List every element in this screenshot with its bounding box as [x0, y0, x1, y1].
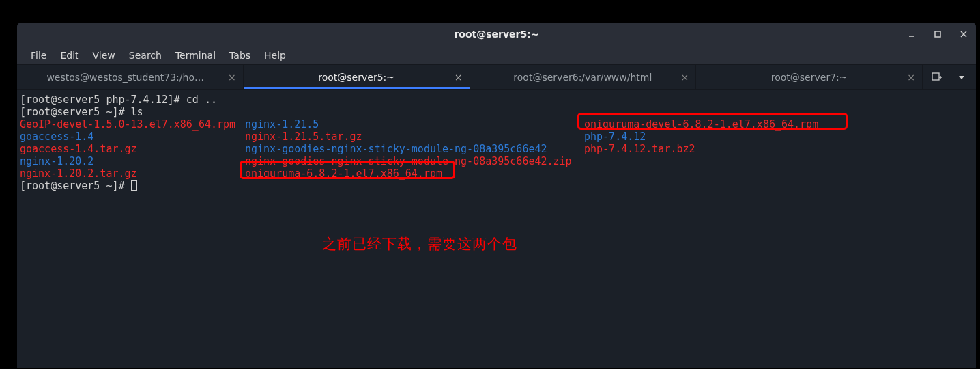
menu-search[interactable]: Search: [122, 47, 169, 64]
window-controls: [904, 23, 972, 46]
tab-close-icon[interactable]: ×: [907, 72, 915, 83]
file-item: goaccess-1.4.tar.gz: [20, 143, 245, 155]
file-item: nginx-1.21.5.tar.gz: [245, 131, 584, 143]
file-item: php-7.4.12.tar.bz2: [584, 143, 973, 155]
tabbar: westos@westos_student73:/home/w… × root@…: [17, 65, 976, 90]
svg-rect-4: [932, 73, 939, 80]
menubar: File Edit View Search Terminal Tabs Help: [17, 46, 976, 65]
titlebar: root@server5:~: [17, 23, 976, 46]
ls-col2: nginx-1.21.5 nginx-1.21.5.tar.gz nginx-g…: [245, 118, 584, 180]
menu-file[interactable]: File: [24, 47, 53, 64]
menu-terminal[interactable]: Terminal: [169, 47, 222, 64]
svg-rect-1: [935, 31, 940, 37]
tab-label: root@server6:/var/www/html: [508, 72, 657, 83]
tab-2[interactable]: root@server6:/var/www/html ×: [470, 65, 697, 89]
file-item: nginx-goodies-nginx-sticky-module-ng-08a…: [245, 155, 584, 167]
menu-dropdown-button[interactable]: [954, 70, 969, 85]
terminal-text: [root@server5 php-7.4.12]# cd ..: [20, 94, 217, 106]
file-item: nginx-1.21.5: [245, 118, 584, 131]
cursor-icon: [131, 180, 137, 191]
menu-edit[interactable]: Edit: [53, 47, 85, 64]
file-item: nginx-1.20.2: [20, 155, 245, 167]
menu-help[interactable]: Help: [257, 47, 293, 64]
tab-label: root@server5:~: [313, 72, 400, 83]
tab-close-icon[interactable]: ×: [228, 72, 236, 83]
terminal-window: root@server5:~ File Edit View Search Ter…: [17, 23, 976, 368]
ls-col3: oniguruma-devel-6.8.2-1.el7.x86_64.rpm p…: [584, 118, 973, 180]
tab-close-icon[interactable]: ×: [455, 72, 463, 83]
menu-view[interactable]: View: [86, 47, 122, 64]
file-item: oniguruma-devel-6.8.2-1.el7.x86_64.rpm: [584, 118, 973, 131]
file-item: oniguruma-6.8.2-1.el7.x86_64.rpm: [245, 167, 584, 180]
minimize-button[interactable]: [904, 26, 920, 42]
menu-tabs[interactable]: Tabs: [222, 47, 257, 64]
terminal-area[interactable]: [root@server5 php-7.4.12]# cd .. [root@s…: [17, 90, 976, 368]
tabbar-right: [923, 65, 976, 89]
terminal-text: [root@server5 ~]# ls: [20, 106, 143, 118]
svg-marker-7: [959, 76, 964, 79]
ls-col1: GeoIP-devel-1.5.0-13.el7.x86_64.rpm goac…: [20, 118, 245, 180]
tab-1[interactable]: root@server5:~ ×: [244, 65, 470, 89]
file-item: nginx-1.20.2.tar.gz: [20, 167, 245, 180]
file-item: goaccess-1.4: [20, 131, 245, 143]
tab-label: westos@westos_student73:/home/w…: [41, 72, 218, 83]
close-button[interactable]: [955, 26, 972, 42]
terminal-prompt: [root@server5 ~]#: [20, 180, 131, 192]
ls-output: GeoIP-devel-1.5.0-13.el7.x86_64.rpm goac…: [20, 118, 973, 180]
file-item: nginx-goodies-nginx-sticky-module-ng-08a…: [245, 143, 584, 155]
new-tab-button[interactable]: [929, 70, 945, 85]
tab-0[interactable]: westos@westos_student73:/home/w… ×: [17, 65, 244, 89]
tab-label: root@server7:~: [766, 72, 853, 83]
file-item: php-7.4.12: [584, 131, 973, 143]
tab-close-icon[interactable]: ×: [681, 72, 689, 83]
annotation-text: 之前已经下载，需要这两个包: [322, 238, 517, 250]
window-title: root@server5:~: [454, 29, 538, 40]
maximize-button[interactable]: [929, 26, 946, 42]
file-item: GeoIP-devel-1.5.0-13.el7.x86_64.rpm: [20, 118, 245, 131]
tab-3[interactable]: root@server7:~ ×: [696, 65, 923, 89]
